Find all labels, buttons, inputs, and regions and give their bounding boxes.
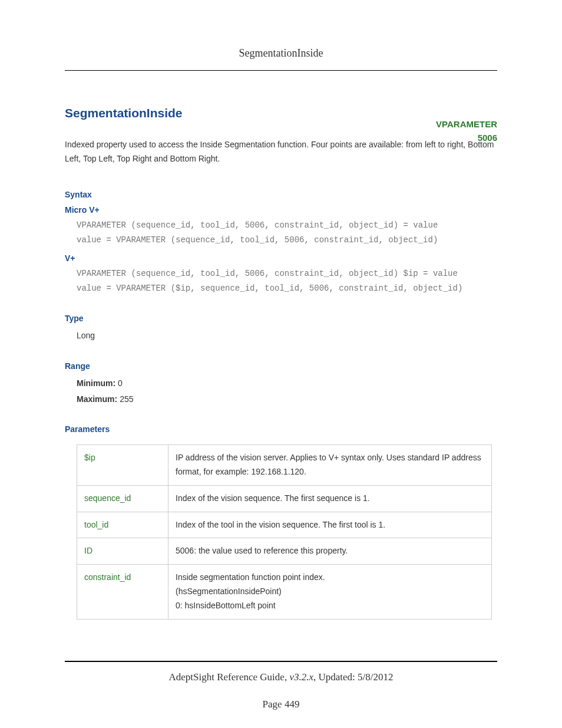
range-heading: Range xyxy=(65,361,497,371)
parameters-table: $ip IP address of the vision server. App… xyxy=(77,444,492,619)
page-title: SegmentationInside xyxy=(65,106,497,120)
page-footer: AdeptSight Reference Guide, v3.2.x, Upda… xyxy=(65,661,497,710)
max-value: 255 xyxy=(120,394,133,404)
param-desc: IP address of the vision server. Applies… xyxy=(168,445,492,486)
param-name: sequence_id xyxy=(77,485,168,512)
range-max: Maximum: 255 xyxy=(77,391,497,407)
syntax-heading: Syntax xyxy=(65,190,497,199)
running-header: SegmentationInside xyxy=(65,47,497,71)
footer-updated: , Updated: 5/8/2012 xyxy=(313,671,394,683)
footer-version: , v3.2.x xyxy=(285,671,313,683)
intro-paragraph: Indexed property used to access the Insi… xyxy=(65,138,497,166)
type-value: Long xyxy=(77,328,497,344)
min-value: 0 xyxy=(118,378,123,388)
vplus-code: VPARAMETER (sequence_id, tool_id, 5006, … xyxy=(77,266,497,296)
table-row: $ip IP address of the vision server. App… xyxy=(77,445,492,486)
min-label: Minimum: xyxy=(77,378,115,388)
max-label: Maximum: xyxy=(77,394,117,404)
table-row: sequence_id Index of the vision sequence… xyxy=(77,485,492,512)
page-number: Page 449 xyxy=(65,699,497,710)
param-name: constraint_id xyxy=(77,565,168,619)
param-desc: 5006: the value used to reference this p… xyxy=(168,538,492,565)
parameters-heading: Parameters xyxy=(65,424,497,434)
vplus-heading: V+ xyxy=(65,253,497,263)
param-desc: Index of the tool in the vision sequence… xyxy=(168,512,492,538)
param-name: $ip xyxy=(77,445,168,486)
param-desc: Inside segmentation function point index… xyxy=(168,565,492,619)
type-heading: Type xyxy=(65,314,497,323)
param-name: ID xyxy=(77,538,168,565)
vparameter-badge: VPARAMETER 5006 xyxy=(436,118,497,144)
microv-code: VPARAMETER (sequence_id, tool_id, 5006, … xyxy=(77,218,497,248)
range-min: Minimum: 0 xyxy=(77,375,497,391)
table-row: ID 5006: the value used to reference thi… xyxy=(77,538,492,565)
param-name: tool_id xyxy=(77,512,168,538)
badge-line1: VPARAMETER xyxy=(436,118,497,131)
table-row: constraint_id Inside segmentation functi… xyxy=(77,565,492,619)
param-desc: Index of the vision sequence. The first … xyxy=(168,485,492,512)
microv-heading: Micro V+ xyxy=(65,205,497,215)
badge-line2: 5006 xyxy=(436,131,497,145)
footer-guide: AdeptSight Reference Guide xyxy=(169,671,285,683)
table-row: tool_id Index of the tool in the vision … xyxy=(77,512,492,538)
